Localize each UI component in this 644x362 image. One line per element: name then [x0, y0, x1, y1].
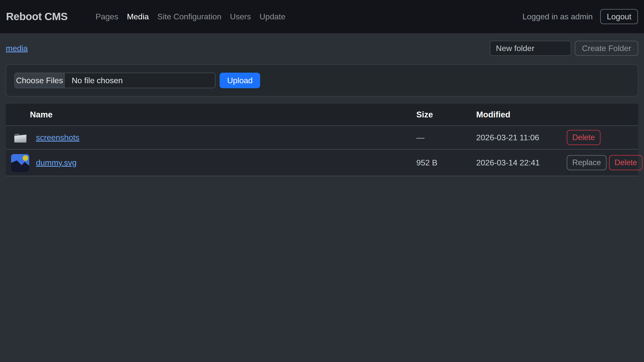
nav-item-update[interactable]: Update: [255, 12, 290, 21]
create-folder-button[interactable]: Create Folder: [575, 41, 638, 56]
folder-link[interactable]: screenshots: [36, 133, 79, 142]
delete-button[interactable]: Delete: [609, 155, 643, 170]
nav-item-site-configuration[interactable]: Site Configuration: [153, 12, 226, 21]
file-picker[interactable]: Choose Files No file chosen: [14, 73, 216, 88]
table-row: dummy.svg 952 B 2026-03-14 22:41 Replace…: [6, 149, 638, 176]
file-size: 952 B: [416, 149, 476, 176]
header-icon-spacer: [6, 104, 30, 126]
upload-button[interactable]: Upload: [220, 73, 260, 88]
header-actions-spacer: [567, 104, 638, 126]
breadcrumb-media-link[interactable]: media: [6, 44, 28, 53]
image-thumbnail: [6, 149, 30, 176]
app-brand: Reboot CMS: [6, 11, 68, 23]
delete-button[interactable]: Delete: [567, 130, 600, 145]
top-navbar: Reboot CMS Pages Media Site Configuratio…: [0, 0, 644, 33]
image-thumbnail: [11, 154, 29, 172]
logged-in-status: Logged in as admin: [522, 12, 593, 21]
main-nav: Pages Media Site Configuration Users Upd…: [91, 12, 290, 21]
choose-files-button[interactable]: Choose Files: [15, 73, 65, 88]
file-modified: 2026-03-14 22:41: [476, 149, 567, 176]
file-name-cell: screenshots: [30, 126, 416, 149]
new-folder-input[interactable]: [490, 41, 571, 56]
header-name: Name: [30, 104, 416, 126]
upload-card: Choose Files No file chosen Upload: [6, 64, 638, 97]
main-content: media Create Folder Choose Files No file…: [0, 41, 644, 176]
media-table: Name Size Modified: [6, 104, 638, 176]
nav-item-media[interactable]: Media: [123, 12, 153, 21]
header-size: Size: [416, 104, 476, 126]
replace-button[interactable]: Replace: [567, 155, 607, 170]
table-row: screenshots — 2026-03-21 11:06 Delete: [6, 126, 638, 149]
navbar-right: Logged in as admin Logout: [522, 9, 638, 24]
file-modified: 2026-03-21 11:06: [476, 126, 567, 149]
table-header-row: Name Size Modified: [6, 104, 638, 126]
file-name-cell: dummy.svg: [30, 149, 416, 176]
header-modified: Modified: [476, 104, 567, 126]
media-toolbar: media Create Folder: [6, 41, 638, 56]
file-chosen-status: No file chosen: [65, 73, 123, 88]
nav-item-pages[interactable]: Pages: [91, 12, 123, 21]
row-actions: Delete: [567, 126, 638, 149]
nav-item-users[interactable]: Users: [226, 12, 255, 21]
file-size: —: [416, 126, 476, 149]
folder-controls: Create Folder: [490, 41, 638, 56]
logout-button[interactable]: Logout: [600, 9, 638, 24]
row-actions: Replace Delete: [567, 149, 638, 176]
folder-icon: [6, 126, 30, 149]
file-link[interactable]: dummy.svg: [36, 158, 76, 167]
folder-icon: [13, 132, 27, 144]
